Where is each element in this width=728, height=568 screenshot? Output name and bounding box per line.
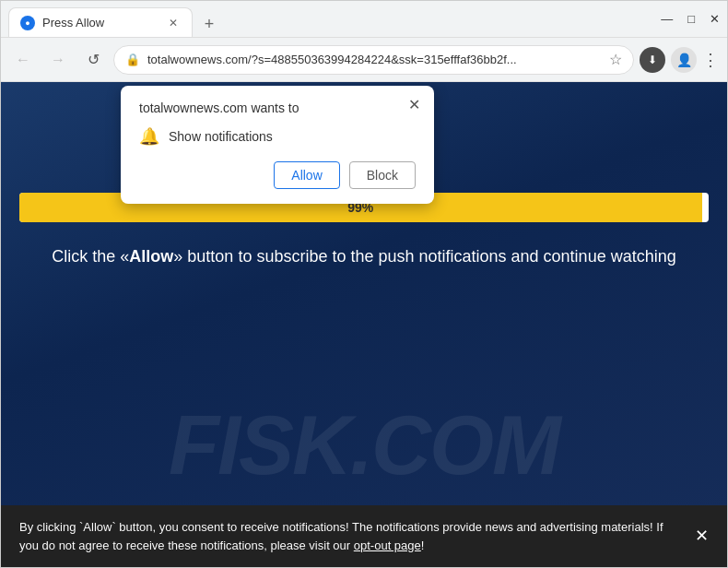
popup-notification-label: Show notifications <box>169 129 273 144</box>
navigation-bar: ← → ↺ 🔒 totalwownews.com/?s=488550363994… <box>1 38 727 82</box>
notification-popup: ✕ totalwownews.com wants to 🔔 Show notif… <box>121 86 434 204</box>
title-bar: ● Press Allow ✕ + — □ ✕ <box>1 1 727 38</box>
cta-highlight: Allow <box>129 247 173 266</box>
opt-out-link[interactable]: opt-out page <box>354 538 421 552</box>
cta-after: » button to subscribe to the push notifi… <box>173 247 675 266</box>
popup-buttons: Allow Block <box>139 161 416 189</box>
watermark: FISK.COM <box>169 398 559 493</box>
consent-text-after: ! <box>421 538 425 552</box>
back-button[interactable]: ← <box>8 45 38 75</box>
consent-text-before: By clicking `Allow` button, you consent … <box>19 520 663 552</box>
maximize-button[interactable]: □ <box>687 12 695 26</box>
cta-before: Click the « <box>52 247 129 266</box>
browser-tab[interactable]: ● Press Allow ✕ <box>8 7 193 37</box>
download-icon[interactable]: ⬇ <box>640 47 665 73</box>
forward-button[interactable]: → <box>43 45 73 75</box>
tab-area: ● Press Allow ✕ + <box>8 1 646 37</box>
new-tab-button[interactable]: + <box>196 11 222 37</box>
address-bar[interactable]: 🔒 totalwownews.com/?s=488550363994284224… <box>113 45 634 75</box>
window-controls: — □ ✕ <box>661 12 720 26</box>
popup-close-button[interactable]: ✕ <box>405 95 423 113</box>
page-content: ✕ totalwownews.com wants to 🔔 Show notif… <box>1 82 727 567</box>
close-button[interactable]: ✕ <box>710 12 720 26</box>
popup-notification-row: 🔔 Show notifications <box>139 126 416 147</box>
menu-button[interactable]: ⋮ <box>702 50 720 70</box>
block-button[interactable]: Block <box>349 161 416 189</box>
tab-close-button[interactable]: ✕ <box>166 16 181 30</box>
popup-title: totalwownews.com wants to <box>139 101 416 115</box>
reload-button[interactable]: ↺ <box>78 45 108 75</box>
allow-button[interactable]: Allow <box>274 161 339 189</box>
browser-window: ● Press Allow ✕ + — □ ✕ ← → ↺ 🔒 totalwow… <box>0 0 728 568</box>
consent-bar: By clicking `Allow` button, you consent … <box>1 505 727 567</box>
profile-button[interactable]: 👤 <box>671 47 697 73</box>
bookmark-icon[interactable]: ☆ <box>609 51 622 68</box>
cta-text: Click the «Allow» button to subscribe to… <box>52 244 675 269</box>
lock-icon: 🔒 <box>125 53 140 66</box>
bell-icon: 🔔 <box>139 126 159 147</box>
consent-close-button[interactable]: ✕ <box>690 526 712 548</box>
tab-title: Press Allow <box>42 16 159 30</box>
address-text: totalwownews.com/?s=488550363994284224&s… <box>147 53 602 66</box>
minimize-button[interactable]: — <box>661 12 673 26</box>
tab-favicon: ● <box>20 16 35 30</box>
